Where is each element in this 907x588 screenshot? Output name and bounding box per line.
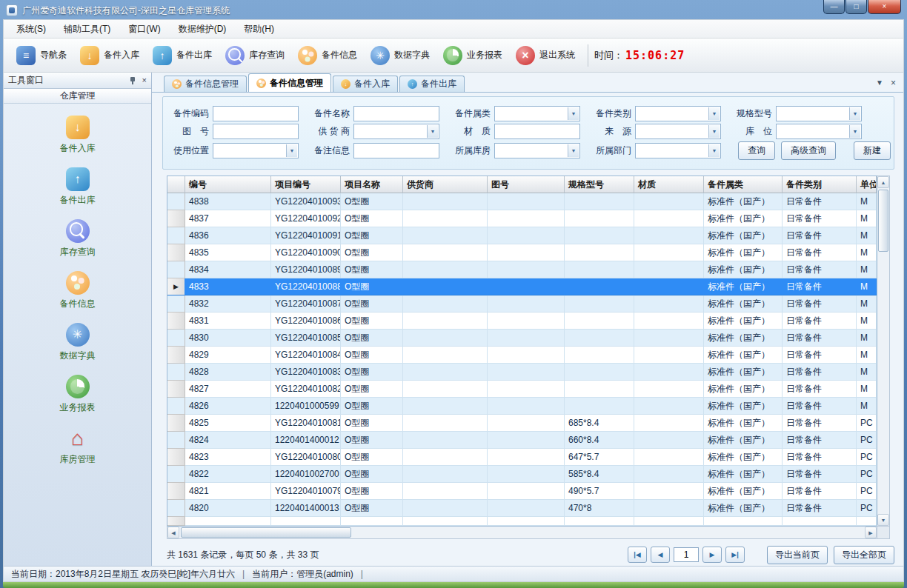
spec-model-select[interactable]: ▼: [776, 106, 862, 121]
storage-location-select[interactable]: ▼: [776, 124, 862, 139]
column-header[interactable]: 供货商: [403, 176, 488, 193]
column-header[interactable]: 图号: [488, 176, 565, 193]
column-header[interactable]: 单位: [857, 176, 877, 193]
advanced-query-button[interactable]: 高级查询: [781, 141, 836, 160]
toolbar-button[interactable]: ≡ 导航条: [10, 42, 73, 69]
scroll-down-icon[interactable]: ▼: [877, 514, 889, 526]
cell: [634, 415, 704, 432]
table-row[interactable]: 4831YG12204010086O型圈标准件（国产）日常备件M: [167, 313, 877, 330]
new-button[interactable]: 新建: [854, 141, 891, 160]
table-row[interactable]: 4823YG12204010080O型圈647*5.7标准件（国产）日常备件PC: [167, 449, 877, 466]
column-header[interactable]: 备件类别: [783, 176, 857, 193]
table-row[interactable]: 48261220401000599O型圈标准件（国产）日常备件M: [167, 398, 877, 415]
menu-item[interactable]: 窗口(W): [120, 20, 168, 39]
tab[interactable]: ↑ 备件出库: [399, 76, 465, 92]
menu-item[interactable]: 系统(S): [8, 20, 54, 39]
toolbar-button[interactable]: ✳ 数据字典: [364, 42, 436, 69]
table-row[interactable]: 4828YG12204010083O型圈标准件（国产）日常备件M: [167, 364, 877, 381]
scroll-left-icon[interactable]: ◀: [167, 527, 179, 538]
remarks-input[interactable]: [353, 143, 439, 158]
table-row[interactable]: 4838YG12204010093O型圈标准件（国产）日常备件M: [167, 193, 877, 210]
table-row[interactable]: 48221220401002700O型圈585*8.4标准件（国产）日常备件PC: [167, 466, 877, 483]
toolbar-button[interactable]: × 退出系统: [509, 42, 582, 69]
last-page-button[interactable]: ▶|: [725, 547, 745, 563]
sidebar-item[interactable]: ✳ 数据字典: [60, 323, 96, 362]
minimize-button[interactable]: —: [823, 0, 845, 14]
tab-close-icon[interactable]: ×: [891, 78, 896, 87]
tab[interactable]: 备件信息管理: [164, 76, 247, 92]
export-all-pages-button[interactable]: 导出全部页: [834, 546, 894, 564]
cell: [565, 227, 634, 244]
page-number-input[interactable]: [674, 547, 699, 562]
menu-item[interactable]: 辅助工具(T): [56, 20, 119, 39]
row-selector: [167, 483, 185, 500]
prev-page-button[interactable]: ◀: [651, 547, 670, 563]
part-code-input[interactable]: [213, 106, 299, 121]
scroll-up-icon[interactable]: ▲: [877, 176, 889, 188]
table-row[interactable]: 48201220401400013O型圈470*8标准件（国产）日常备件PC: [167, 500, 877, 517]
vscroll-thumb[interactable]: [878, 190, 888, 252]
table-row[interactable]: 4837YG12204010092O型圈标准件（国产）日常备件M: [167, 210, 877, 227]
table-row[interactable]: 4830YG12204010085O型圈标准件（国产）日常备件M: [167, 330, 877, 347]
table-row[interactable]: 48241220401400012O型圈660*8.4标准件（国产）日常备件PC: [167, 432, 877, 449]
hscroll-thumb[interactable]: [181, 527, 351, 538]
sidebar-item[interactable]: ↓ 备件入库: [60, 116, 96, 155]
column-header[interactable]: 项目编号: [271, 176, 341, 193]
part-category-select[interactable]: ▼: [494, 106, 580, 121]
column-header[interactable]: 规格型号: [565, 176, 634, 193]
supplier-select[interactable]: ▼: [353, 124, 439, 139]
sidebar-item[interactable]: ↑ 备件出库: [60, 167, 96, 207]
menu-item[interactable]: 数据维护(D): [170, 20, 235, 39]
table-row[interactable]: 4821YG12204010079O型圈490*5.7标准件（国产）日常备件PC: [167, 483, 877, 500]
part-name-input[interactable]: [353, 106, 439, 121]
column-header[interactable]: 编号: [185, 176, 271, 193]
next-page-button[interactable]: ▶: [702, 547, 722, 563]
cell: 470*8: [565, 500, 634, 517]
table-row[interactable]: 4832YG12204010087O型圈标准件（国产）日常备件M: [167, 295, 877, 313]
department-select[interactable]: ▼: [635, 143, 721, 158]
column-header[interactable]: 项目名称: [341, 176, 403, 193]
query-button[interactable]: 查询: [738, 141, 775, 160]
table-row[interactable]: 4825YG12204010081O型圈685*8.4标准件（国产）日常备件PC: [167, 415, 877, 432]
sidebar-item[interactable]: 库存查询: [60, 219, 96, 258]
table-row[interactable]: 4836YG12204010091O型圈标准件（国产）日常备件M: [167, 227, 877, 244]
toolbar-button[interactable]: ↑ 备件出库: [146, 42, 219, 69]
table-row[interactable]: 4829YG12204010084O型圈标准件（国产）日常备件M: [167, 347, 877, 364]
pin-icon[interactable]: [129, 76, 136, 85]
table-row[interactable]: 4834YG12204010089O型圈标准件（国产）日常备件M: [167, 261, 877, 278]
sidebar-item[interactable]: ⌂ 库房管理: [60, 427, 96, 466]
export-current-page-button[interactable]: 导出当前页: [767, 546, 828, 564]
menu-item[interactable]: 帮助(H): [236, 20, 282, 39]
first-page-button[interactable]: |◀: [628, 547, 647, 563]
maximize-button[interactable]: □: [845, 0, 867, 14]
toolbar-button[interactable]: ↓ 备件入库: [73, 42, 146, 69]
part-type-select[interactable]: ▼: [635, 106, 721, 121]
table-row[interactable]: 4827YG12204010082O型圈标准件（国产）日常备件M: [167, 381, 877, 398]
table-row[interactable]: ▶4833YG12204010088O型圈标准件（国产）日常备件M: [167, 278, 877, 295]
sidebar-item[interactable]: 业务报表: [60, 375, 96, 414]
material-input[interactable]: [494, 124, 580, 139]
tab[interactable]: 备件信息管理: [248, 73, 331, 92]
column-header[interactable]: 材质: [634, 176, 704, 193]
drawing-no-input[interactable]: [213, 124, 299, 139]
usage-location-select[interactable]: ▼: [213, 143, 299, 158]
warehouse-select[interactable]: ▼: [494, 143, 580, 158]
sidebar-close-icon[interactable]: ×: [142, 76, 147, 84]
close-button[interactable]: ×: [868, 0, 901, 14]
tab[interactable]: ↓ 备件入库: [333, 76, 398, 92]
column-header[interactable]: 备件属类: [704, 176, 783, 193]
table-row[interactable]: 4835YG12204010090O型圈标准件（国产）日常备件M: [167, 244, 877, 261]
partially-visible-row: [167, 517, 877, 526]
cell: 4829: [185, 347, 271, 364]
sidebar-item[interactable]: 备件信息: [60, 271, 96, 310]
sidebar-group-header[interactable]: 仓库管理: [4, 89, 151, 104]
scroll-right-icon[interactable]: ▶: [865, 527, 877, 538]
toolbar-button[interactable]: 库存查询: [219, 42, 291, 69]
cell: [634, 330, 704, 347]
toolbar-button[interactable]: 业务报表: [436, 42, 509, 69]
horizontal-scrollbar[interactable]: ◀ ▶: [167, 527, 877, 539]
tab-list-dropdown-icon[interactable]: ▼: [876, 79, 883, 87]
toolbar-button[interactable]: 备件信息: [291, 42, 364, 69]
vertical-scrollbar[interactable]: ▲ ▼: [877, 176, 890, 527]
source-select[interactable]: ▼: [635, 124, 721, 139]
